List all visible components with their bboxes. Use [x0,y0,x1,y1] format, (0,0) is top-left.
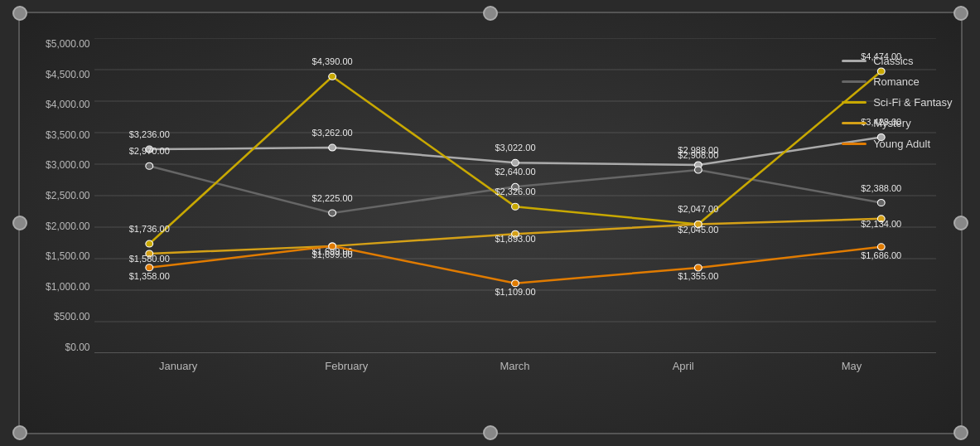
chart-svg: $3,236.00$3,262.00$3,022.00$2,988.00$3,4… [94,38,936,353]
svg-text:$1,355.00: $1,355.00 [678,272,718,281]
svg-point-16 [511,159,519,166]
svg-point-58 [694,264,702,271]
svg-point-54 [328,243,336,250]
svg-text:$2,225.00: $2,225.00 [311,193,352,202]
svg-text:$1,736.00: $1,736.00 [128,225,169,234]
svg-text:$2,640.00: $2,640.00 [495,167,535,177]
y-axis-label: $2,500.00 [28,190,90,201]
svg-text:$3,236.00: $3,236.00 [128,130,169,139]
legend-color [842,122,867,124]
x-axis-label: May [767,360,935,372]
x-axis-label: January [94,360,263,372]
svg-point-36 [511,203,519,210]
legend-item: Mystery [842,117,952,129]
svg-text:$1,699.00: $1,699.00 [311,250,352,259]
chart-area: $0.00$500.00$1,000.00$1,500.00$2,000.00$… [94,38,936,353]
svg-point-22 [145,162,152,169]
legend-item: Romance [842,75,952,88]
svg-point-60 [877,244,885,250]
y-axis-label: $1,000.00 [28,281,90,293]
svg-text:$3,262.00: $3,262.00 [311,128,352,138]
svg-point-28 [694,167,702,173]
x-axis-label: March [431,360,599,372]
svg-text:$4,390.00: $4,390.00 [311,57,352,66]
legend: Classics Romance Sci-Fi & Fantasy Myster… [842,55,952,150]
svg-text:$2,134.00: $2,134.00 [861,219,901,228]
corner-ml [12,216,27,230]
y-axis-label: $3,000.00 [28,159,90,171]
svg-text:$2,388.00: $2,388.00 [861,183,901,192]
legend-label: Young Adult [873,138,930,150]
chart-container: $0.00$500.00$1,000.00$1,500.00$2,000.00$… [18,12,963,434]
svg-text:$2,908.00: $2,908.00 [678,150,718,159]
corner-tr [953,6,968,21]
legend-item: Classics [842,55,952,67]
svg-text:$1,580.00: $1,580.00 [128,254,169,263]
svg-text:$1,686.00: $1,686.00 [861,250,901,259]
y-axis-label: $500.00 [28,311,90,322]
svg-point-24 [328,210,336,216]
svg-point-32 [145,240,152,247]
svg-point-30 [877,200,885,206]
legend-color [842,143,867,145]
svg-text:$2,045.00: $2,045.00 [678,225,718,234]
svg-point-14 [328,144,336,151]
legend-color [842,101,867,104]
legend-label: Classics [873,55,913,67]
y-axis-label: $3,500.00 [28,129,90,141]
svg-text:$2,047.00: $2,047.00 [678,205,718,214]
y-axis-label: $4,500.00 [28,69,90,80]
x-axis-label: April [599,360,767,372]
svg-point-56 [511,280,519,287]
y-axis-label: $0.00 [28,342,90,353]
legend-label: Sci-Fi & Fantasy [873,96,952,109]
corner-bl [12,425,27,440]
y-axis-label: $2,000.00 [28,221,90,232]
legend-color [842,80,867,83]
svg-text:$3,022.00: $3,022.00 [495,143,535,153]
svg-point-52 [145,264,152,271]
x-axis: JanuaryFebruaryMarchAprilMay [94,360,936,372]
y-axis-label: $1,500.00 [28,250,90,262]
legend-color [842,60,867,62]
legend-label: Romance [873,75,920,88]
corner-bc [483,425,498,440]
legend-label: Mystery [873,117,911,129]
y-axis-label: $4,000.00 [28,99,90,110]
corner-tl [12,6,27,21]
corner-tc [483,6,498,21]
legend-item: Young Adult [842,138,952,150]
svg-text:$1,358.00: $1,358.00 [128,271,169,280]
y-axis: $0.00$500.00$1,000.00$1,500.00$2,000.00$… [28,38,90,353]
corner-br [953,425,968,440]
svg-text:$1,893.00: $1,893.00 [495,235,535,244]
y-axis-label: $5,000.00 [28,38,90,50]
svg-text:$2,326.00: $2,326.00 [495,187,535,196]
legend-item: Sci-Fi & Fantasy [842,96,952,109]
x-axis-label: February [263,360,431,372]
corner-mr [953,216,968,230]
svg-text:$2,970.00: $2,970.00 [128,147,169,156]
svg-text:$1,109.00: $1,109.00 [495,287,535,296]
svg-point-34 [328,73,336,80]
